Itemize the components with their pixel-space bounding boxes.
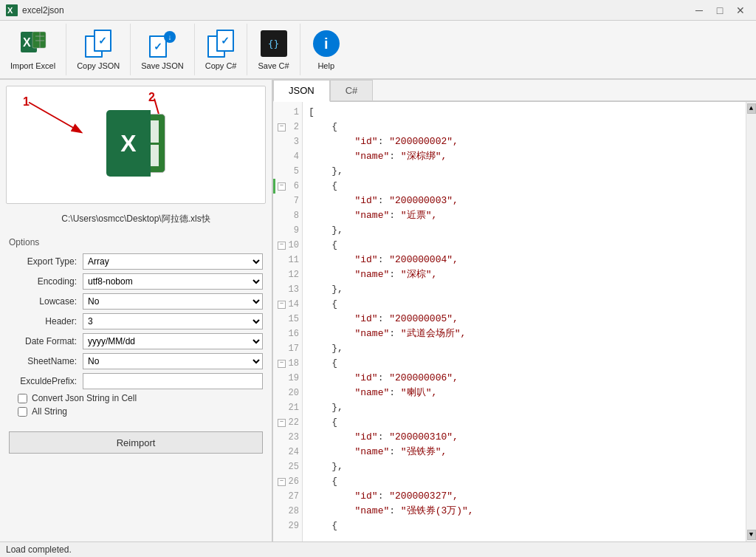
save-json-icon: ✓ ↓ — [148, 29, 177, 58]
code-line-1: [ — [309, 105, 740, 120]
lowcase-select[interactable]: No — [83, 293, 263, 310]
title-text: excel2json — [22, 5, 690, 16]
line-number-17: 17 — [273, 341, 302, 356]
code-content[interactable]: [ { "id": "200000002", "name": "深棕绑", },… — [303, 102, 746, 541]
help-label: Help — [317, 61, 334, 70]
line-number-21: 21 — [273, 400, 302, 415]
date-format-select[interactable]: yyyy/MM/dd — [83, 333, 263, 349]
fold-button-22[interactable]: − — [278, 419, 286, 427]
line-number-27: 27 — [273, 489, 302, 504]
export-type-select[interactable]: Array — [83, 253, 263, 270]
copy-cs-button[interactable]: ✓ Copy C# — [195, 24, 248, 75]
code-line-12: "name": "深棕", — [309, 267, 740, 282]
line-number-23: 23 — [273, 430, 302, 445]
right-panel: JSON C# 1−2345−6789−10111213−14151617−18… — [273, 80, 756, 541]
save-json-button[interactable]: ✓ ↓ Save JSON — [131, 24, 194, 75]
tabs: JSON C# — [273, 80, 756, 102]
left-panel: 1 2 X — [0, 80, 273, 541]
code-line-2: { — [309, 120, 740, 134]
fold-button-18[interactable]: − — [278, 360, 286, 368]
copy-json-button[interactable]: ✓ Copy JSON — [66, 24, 131, 75]
line-number-22: −22 — [273, 415, 302, 430]
status-bar: Load completed. — [0, 541, 756, 557]
code-line-25: }, — [309, 459, 740, 474]
date-format-row: Date Format: yyyy/MM/dd — [9, 333, 263, 349]
save-icon: {} — [261, 30, 287, 57]
copy-cs-label: Copy C# — [205, 61, 237, 70]
save-cs-icon: {} — [259, 29, 289, 58]
code-line-21: }, — [309, 400, 740, 415]
reimport-button[interactable]: Reimport — [9, 431, 263, 454]
code-line-16: "name": "武道会场所", — [309, 327, 740, 341]
titlebar-controls: ─ □ ✕ — [690, 3, 750, 18]
exculde-prefix-input[interactable] — [83, 373, 263, 389]
fold-button-26[interactable]: − — [278, 478, 286, 486]
line-number-6: −6 — [273, 179, 302, 194]
code-line-13: }, — [309, 282, 740, 297]
fold-button-6[interactable]: − — [278, 182, 286, 191]
line-number-14: −14 — [273, 297, 302, 312]
code-line-26: { — [309, 474, 740, 489]
line-number-5: 5 — [273, 164, 302, 179]
line-number-10: −10 — [273, 238, 302, 253]
app-icon: X — [6, 4, 18, 16]
code-line-22: { — [309, 415, 740, 430]
code-line-4: "name": "深棕绑", — [309, 149, 740, 164]
maximize-button[interactable]: □ — [710, 3, 729, 18]
code-line-19: "id": "200000006", — [309, 371, 740, 386]
sheetname-label: SheetName: — [9, 356, 83, 366]
save-cs-button[interactable]: {} Save C# — [247, 24, 300, 75]
copy-cs-icon: ✓ — [206, 29, 236, 58]
line-number-15: 15 — [273, 312, 302, 327]
svg-text:1: 1 — [23, 95, 30, 108]
fold-button-14[interactable]: − — [278, 301, 286, 309]
export-type-label: Export Type: — [9, 256, 83, 267]
line-numbers: 1−2345−6789−10111213−14151617−18192021−2… — [273, 102, 303, 541]
line-number-4: 4 — [273, 149, 302, 164]
code-line-27: "id": "200000327", — [309, 489, 740, 504]
line-number-9: 9 — [273, 223, 302, 238]
tab-csharp[interactable]: C# — [330, 80, 374, 100]
sheetname-select[interactable]: No — [83, 353, 263, 369]
line-number-1: 1 — [273, 105, 302, 120]
code-line-24: "name": "强铁券", — [309, 445, 740, 459]
import-excel-label: Import Excel — [10, 61, 55, 70]
all-string-row: All String — [18, 406, 263, 417]
lowcase-label: Lowcase: — [9, 296, 83, 307]
convert-json-checkbox[interactable] — [18, 394, 27, 403]
code-line-14: { — [309, 297, 740, 312]
line-number-19: 19 — [273, 371, 302, 386]
line-number-26: −26 — [273, 474, 302, 489]
scrollbar[interactable]: ▲ ▼ — [746, 102, 756, 541]
tab-json[interactable]: JSON — [273, 80, 330, 102]
scroll-down-button[interactable]: ▼ — [747, 530, 756, 540]
line-number-2: −2 — [273, 120, 302, 134]
main-area: 1 2 X — [0, 80, 756, 541]
fold-button-10[interactable]: − — [278, 242, 286, 250]
import-excel-button[interactable]: X Import Excel — [0, 24, 66, 75]
copy-json-icon: ✓ — [83, 29, 113, 58]
line-number-28: 28 — [273, 504, 302, 519]
minimize-button[interactable]: ─ — [690, 3, 709, 18]
help-icon: i — [312, 29, 341, 58]
save-cs-label: Save C# — [258, 61, 289, 70]
line-number-13: 13 — [273, 282, 302, 297]
line-number-20: 20 — [273, 386, 302, 400]
code-line-11: "id": "200000004", — [309, 253, 740, 267]
header-select[interactable]: 3 — [83, 313, 263, 329]
help-button[interactable]: i Help — [300, 24, 352, 75]
svg-rect-3 — [32, 32, 46, 48]
line-number-3: 3 — [273, 134, 302, 149]
code-line-8: "name": "近票", — [309, 208, 740, 223]
scroll-up-button[interactable]: ▲ — [747, 103, 756, 114]
svg-text:X: X — [23, 36, 31, 49]
code-line-20: "name": "喇叭", — [309, 386, 740, 400]
all-string-checkbox[interactable] — [18, 407, 27, 417]
save-json-label: Save JSON — [141, 61, 183, 70]
fold-button-2[interactable]: − — [278, 123, 286, 131]
close-button[interactable]: ✕ — [731, 3, 750, 18]
encoding-select[interactable]: utf8-nobom — [83, 273, 263, 290]
code-line-6: { — [309, 179, 740, 194]
copy-json-label: Copy JSON — [77, 61, 120, 70]
line-number-24: 24 — [273, 445, 302, 459]
